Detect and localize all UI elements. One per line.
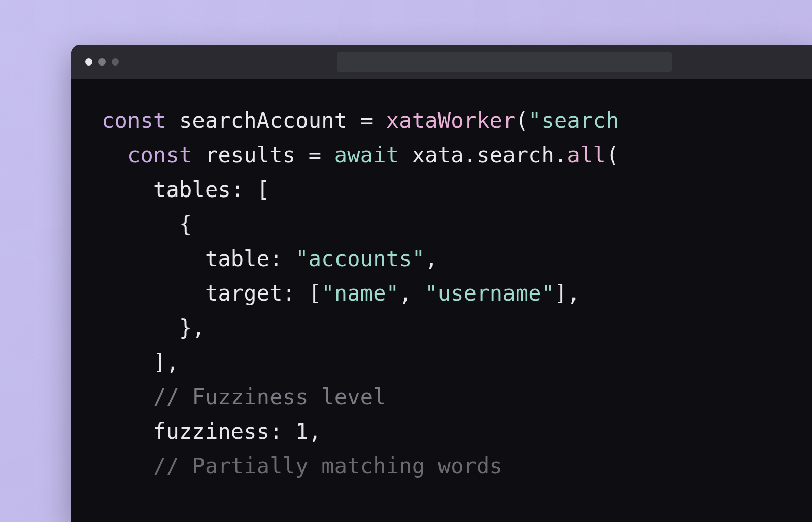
code-line-1: const searchAccount = xataWorker("search (101, 108, 619, 133)
keyword-const: const (101, 108, 166, 133)
key: target (205, 281, 283, 306)
string-value: name (334, 281, 386, 306)
number: 1 (295, 419, 309, 444)
operator: = (309, 143, 322, 168)
keyword-const: const (127, 143, 192, 168)
operator: = (360, 108, 374, 133)
code-line-7: }, (101, 315, 205, 340)
comment: // Partially matching words (153, 453, 502, 478)
method-name: all (567, 143, 606, 168)
paren: ( (606, 143, 619, 168)
titlebar (71, 45, 812, 79)
bracket: ], (153, 350, 179, 375)
string-value: username (438, 281, 542, 306)
code-window: const searchAccount = xataWorker("search… (71, 45, 812, 522)
code-line-9: // Fuzziness level (101, 384, 386, 409)
string-quote: " (528, 108, 542, 133)
code-line-5: table: "accounts", (101, 246, 438, 271)
key: table (205, 246, 269, 271)
function-name: xataWorker (386, 108, 516, 133)
bracket: [ (257, 177, 270, 202)
string-value: accounts (309, 246, 412, 271)
code-editor[interactable]: const searchAccount = xataWorker("search… (71, 79, 812, 483)
code-line-4: { (101, 212, 192, 237)
key: fuzziness (153, 419, 269, 444)
keyword-await: await (334, 143, 399, 168)
code-line-11: // Partially matching words (101, 453, 502, 478)
brace: { (179, 212, 192, 237)
url-bar[interactable] (337, 52, 672, 72)
string-partial: search (542, 108, 619, 133)
close-icon[interactable] (85, 58, 92, 66)
code-line-6: target: ["name", "username"], (101, 281, 580, 306)
minimize-icon[interactable] (98, 58, 106, 66)
maximize-icon[interactable] (112, 58, 119, 66)
property: search (477, 143, 554, 168)
traffic-lights (85, 58, 119, 66)
code-line-2: const results = await xata.search.all( (101, 143, 619, 168)
identifier: results (192, 143, 308, 168)
paren: ( (516, 108, 529, 133)
identifier: searchAccount (166, 108, 360, 133)
code-line-8: ], (101, 350, 179, 375)
comment: // Fuzziness level (153, 384, 386, 409)
brace: }, (179, 315, 205, 340)
code-line-10: fuzziness: 1, (101, 419, 321, 444)
key: tables (153, 177, 231, 202)
code-line-3: tables: [ (101, 177, 269, 202)
object: xata (399, 143, 463, 168)
